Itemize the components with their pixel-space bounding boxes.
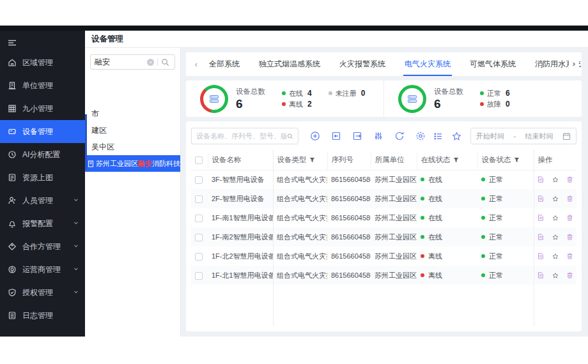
list-view-icon[interactable] — [433, 132, 443, 141]
favorite-star-icon[interactable] — [552, 271, 559, 280]
device-search-input[interactable] — [196, 132, 287, 140]
sidebar-item-operator[interactable]: 运营商管理 — [0, 258, 85, 281]
delete-trash-icon[interactable] — [567, 252, 573, 261]
collapse-menu-button[interactable] — [0, 34, 85, 51]
table-row[interactable]: 1F-北2智慧用电设备 组合式电气火灾探... 861566045808... … — [191, 246, 576, 266]
sidebar-item-resource-map[interactable]: 资源上图 — [0, 166, 85, 189]
table-row[interactable]: 2F-智慧用电设备 组合式电气火灾探... 861566045807... 苏州… — [191, 189, 576, 208]
delete-trash-icon[interactable] — [567, 213, 573, 222]
delete-trash-icon[interactable] — [567, 194, 573, 203]
health-donut-chart — [398, 85, 426, 113]
sidebar-item-region[interactable]: 区域管理 — [0, 51, 85, 74]
sidebar-item-authorization[interactable]: 授权管理 — [0, 281, 85, 304]
favorite-star-icon[interactable] — [552, 233, 559, 241]
gear-icon[interactable] — [415, 131, 426, 141]
delete-trash-icon[interactable] — [567, 232, 573, 241]
favorite-star-icon[interactable] — [552, 195, 559, 203]
tree-node-district-2[interactable]: 吴中区 — [85, 139, 180, 155]
shield-icon — [8, 288, 17, 297]
device-stats-card: 设备总数 6 在线4 未注册0 离线2 — [186, 80, 582, 117]
stat-label: 设备总数 — [434, 87, 463, 96]
col-device-type: 设备类型 — [273, 151, 327, 170]
tree-scrollbar[interactable] — [85, 114, 87, 169]
online-donut-chart — [200, 85, 228, 113]
sidebar-item-jiuxiao[interactable]: 九小管理 — [0, 97, 85, 120]
delete-trash-icon[interactable] — [567, 271, 573, 280]
delete-trash-icon[interactable] — [567, 175, 573, 184]
clear-search-icon[interactable]: × — [147, 59, 154, 66]
tab-fire-alarm[interactable]: 火灾报警系统 — [338, 52, 387, 76]
log-icon — [8, 311, 17, 320]
date-range-picker[interactable]: 开始时间 - 结束时间 — [470, 128, 576, 144]
favorite-star-icon[interactable] — [552, 214, 559, 222]
stat-total: 6 — [236, 97, 265, 111]
device-status: 正常 — [481, 252, 530, 261]
cell-unit: 苏州工业园区... — [371, 170, 417, 189]
export-icon[interactable] — [352, 131, 362, 141]
tab-electrical-fire[interactable]: 电气火灾系统 — [403, 52, 452, 76]
table-row[interactable]: 1F-北1智慧用电设备 组合式电气火灾探... 861566045808... … — [191, 266, 576, 285]
tab-all-systems[interactable]: 全部系统 — [208, 52, 241, 76]
cell-device-name: 1F-南1智慧用电设备 — [208, 208, 273, 227]
fixed-left-column-divider — [273, 149, 274, 326]
row-checkbox[interactable] — [195, 176, 203, 184]
table-row[interactable]: 3F-智慧用电设备 组合式电气火灾探... 861566045808... 苏州… — [191, 170, 576, 189]
sidebar-item-unit[interactable]: 单位管理 — [0, 74, 85, 97]
status-dot-icon — [481, 235, 485, 239]
chevron-down-icon — [74, 266, 79, 271]
detail-file-icon[interactable] — [538, 194, 544, 203]
favorite-star-icon[interactable] — [552, 176, 559, 184]
device-status: 正常 — [481, 175, 530, 185]
sync-icon[interactable] — [394, 131, 405, 141]
row-checkbox[interactable] — [195, 253, 203, 261]
favorite-star-icon[interactable] — [552, 252, 559, 261]
tab-combustible-gas[interactable]: 可燃气体系统 — [468, 52, 517, 76]
row-checkbox[interactable] — [195, 215, 203, 222]
search-icon[interactable] — [287, 132, 293, 140]
filter-funnel-icon[interactable] — [309, 157, 315, 163]
detail-file-icon[interactable] — [538, 175, 544, 184]
table-row[interactable]: 1F-南1智慧用电设备 组合式电气火灾探... 861566045808... … — [191, 208, 576, 227]
filter-funnel-icon[interactable] — [514, 157, 520, 163]
sidebar-item-log[interactable]: 日志管理 — [0, 304, 85, 327]
gray-dot-icon — [329, 91, 332, 95]
online-status: 离线 — [421, 252, 474, 261]
fixed-right-column-divider — [534, 149, 534, 326]
tab-standalone-smoke[interactable]: 独立式烟温感系统 — [258, 52, 321, 76]
filter-funnel-icon[interactable] — [453, 157, 459, 163]
cell-serial: 861566045808... — [327, 246, 371, 266]
circle-plus-icon[interactable] — [310, 131, 320, 141]
sidebar-item-alarm-config[interactable]: 报警配置 — [0, 212, 85, 235]
sliders-icon[interactable] — [373, 131, 383, 141]
detail-file-icon[interactable] — [538, 252, 544, 261]
sidebar-item-ai-config[interactable]: AI分析配置 — [0, 143, 85, 166]
device-icon — [8, 127, 17, 136]
detail-file-icon[interactable] — [538, 271, 544, 280]
sidebar-item-personnel[interactable]: 人员管理 — [0, 189, 85, 212]
sidebar-item-label: 资源上图 — [22, 172, 53, 183]
col-device-status: 设备状态 — [477, 151, 534, 170]
page-title-bar: 设备管理 — [85, 31, 588, 48]
tree-search-input[interactable] — [95, 57, 147, 66]
search-icon[interactable] — [161, 58, 169, 66]
chevron-down-icon — [74, 220, 79, 225]
row-checkbox[interactable] — [195, 234, 203, 241]
tabs-prev-arrow-icon[interactable]: ‹ — [191, 59, 201, 69]
select-all-checkbox[interactable] — [195, 156, 203, 164]
table-row[interactable]: 1F-南2智慧用电设备 组合式电气火灾探... 861566045807... … — [191, 227, 576, 246]
star-icon[interactable] — [452, 132, 461, 141]
detail-file-icon[interactable] — [538, 213, 544, 222]
tabs-next-arrow-icon[interactable]: › — [569, 59, 579, 68]
sidebar-item-partner[interactable]: 合作方管理 — [0, 235, 85, 258]
sidebar-item-device[interactable]: 设备管理 — [0, 120, 85, 143]
device-search-box — [191, 128, 298, 144]
row-checkbox[interactable] — [195, 272, 203, 280]
row-checkbox[interactable] — [195, 195, 203, 203]
tree-node-district-1[interactable]: 建区 — [85, 122, 180, 139]
detail-file-icon[interactable] — [538, 232, 544, 241]
cell-serial: 861566045807... — [327, 189, 371, 208]
cell-unit: 苏州工业园区... — [371, 227, 417, 246]
tree-node-city[interactable]: 市 — [85, 105, 180, 122]
import-icon[interactable] — [331, 131, 341, 141]
tree-node-company-selected[interactable]: 苏州工业园区融安消防科技有限公司 — [85, 155, 180, 172]
